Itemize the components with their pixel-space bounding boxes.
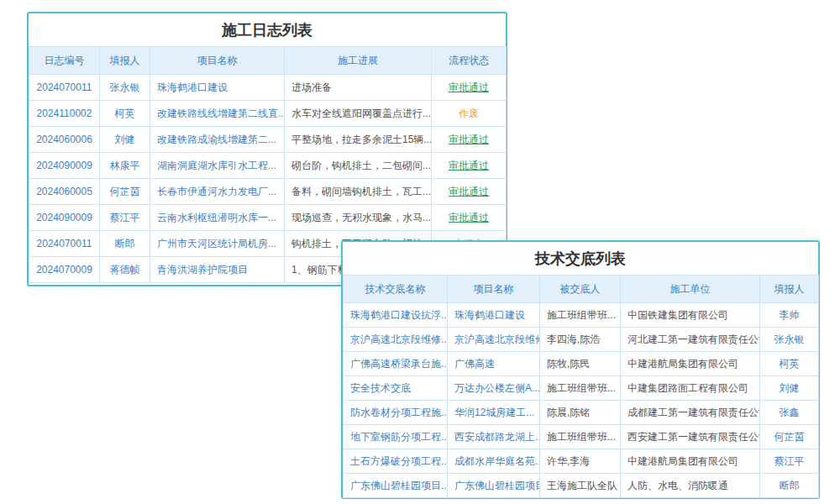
disclosure-table-row: 防水卷材分项工程施...华润12城房建工...陈晨,陈铭成都建工第一建筑有限责任… xyxy=(344,401,819,425)
log-reporter-link[interactable]: 刘健 xyxy=(100,127,150,153)
log-id-link[interactable]: 2024090009 xyxy=(29,205,100,231)
log-table-row: 2024110002柯英改建铁路线线增建第二线直...水车对全线遮阳网覆盖点进行… xyxy=(29,101,507,127)
disclosure-reporter-link[interactable]: 断郎 xyxy=(760,474,819,498)
disclosure-recipients-cell: 施工班组带班... xyxy=(540,376,621,401)
disclosure-company-cell: 成都建工第一建筑有限责任公司 xyxy=(621,401,760,425)
log-progress-cell: 水车对全线遮阳网覆盖点进行... xyxy=(285,101,432,127)
log-reporter-link[interactable]: 柯英 xyxy=(100,101,150,127)
disclosure-table-row: 广东佛山碧桂园项目...广东佛山碧桂园项目王海施工队全队人防、水电、消防暖通断郎 xyxy=(344,474,819,498)
log-status-link[interactable]: 审批通过 xyxy=(432,179,507,205)
disclosure-table-header-cell: 项目名称 xyxy=(448,276,540,303)
disclosure-project-link[interactable]: 京沪高速北京段维修 xyxy=(448,328,540,352)
disclosure-name-link[interactable]: 广佛高速桥梁承台施... xyxy=(344,352,448,376)
log-status-link[interactable]: 审批通过 xyxy=(432,75,507,101)
disclosure-table-body: 珠海鹤港口建设抗浮...珠海鹤港口建设施工班组带班...中国铁建集团有限公司李帅… xyxy=(344,303,819,498)
disclosure-name-link[interactable]: 安全技术交底 xyxy=(344,376,448,401)
disclosure-table-row: 珠海鹤港口建设抗浮...珠海鹤港口建设施工班组带班...中国铁建集团有限公司李帅 xyxy=(344,303,819,328)
log-status-link[interactable]: 审批通过 xyxy=(432,205,507,231)
log-reporter-link[interactable]: 何芷茵 xyxy=(100,179,150,205)
log-reporter-link[interactable]: 蒋德帧 xyxy=(100,257,150,283)
disclosure-name-link[interactable]: 土石方爆破分项工程... xyxy=(344,449,448,474)
log-table-row: 2024060005何芷茵长春市伊通河水力发电厂...备料，砌间墙钩机排土，瓦工… xyxy=(29,179,507,205)
log-id-link[interactable]: 2024070011 xyxy=(29,231,100,257)
disclosure-project-link[interactable]: 成都水岸华庭名苑... xyxy=(448,449,540,474)
disclosure-table-row: 安全技术交底万达办公楼左侧A...施工班组带班...中建集团路面工程有限公司刘健 xyxy=(344,376,819,401)
disclosure-name-link[interactable]: 广东佛山碧桂园项目... xyxy=(344,474,448,498)
disclosure-name-link[interactable]: 京沪高速北京段维修... xyxy=(344,328,448,352)
disclosure-recipients-cell: 李四海,陈浩 xyxy=(540,328,621,352)
log-reporter-link[interactable]: 林康平 xyxy=(100,153,150,179)
log-table-row: 2024070011张永银珠海鹤港口建设进场准备审批通过 xyxy=(29,75,507,101)
log-project-link[interactable]: 青海洪湖养护院项目 xyxy=(150,257,285,283)
log-status-link[interactable]: 作废 xyxy=(432,101,507,127)
log-project-link[interactable]: 改建铁路成渝线增建第二... xyxy=(150,127,285,153)
disclosure-company-cell: 中建集团路面工程有限公司 xyxy=(621,376,760,401)
log-project-link[interactable]: 改建铁路线线增建第二线直... xyxy=(150,101,285,127)
disclosure-table-header-cell: 被交底人 xyxy=(540,276,621,303)
log-id-link[interactable]: 2024060006 xyxy=(29,127,100,153)
disclosure-table-row: 地下室钢筋分项工程...西安成都路龙湖上...施工班组带班...西安建工第一建筑… xyxy=(344,425,819,449)
log-progress-cell: 现场巡查，无积水现象，水马... xyxy=(285,205,432,231)
disclosure-name-link[interactable]: 防水卷材分项工程施... xyxy=(344,401,448,425)
technical-disclosure-title: 技术交底列表 xyxy=(343,242,818,275)
disclosure-recipients-cell: 陈晨,陈铭 xyxy=(540,401,621,425)
log-project-link[interactable]: 长春市伊通河水力发电厂... xyxy=(150,179,285,205)
log-project-link[interactable]: 广州市天河区统计局机房... xyxy=(150,231,285,257)
disclosure-table-header-cell: 填报人 xyxy=(760,276,819,303)
log-project-link[interactable]: 湖南洞庭湖水库引水工程... xyxy=(150,153,285,179)
log-table-row: 2024090009蔡江平云南水利枢纽潜明水库一...现场巡查，无积水现象，水马… xyxy=(29,205,507,231)
disclosure-recipients-cell: 王海施工队全队 xyxy=(540,474,621,498)
disclosure-name-link[interactable]: 地下室钢筋分项工程... xyxy=(344,425,448,449)
log-table-header-cell: 项目名称 xyxy=(150,47,285,75)
disclosure-reporter-link[interactable]: 张永银 xyxy=(760,328,819,352)
log-id-link[interactable]: 2024090009 xyxy=(29,153,100,179)
technical-disclosure-table: 技术交底名称项目名称被交底人施工单位填报人 珠海鹤港口建设抗浮...珠海鹤港口建… xyxy=(343,275,819,498)
log-table-header-row: 日志编号填报人项目名称施工进展流程状态 xyxy=(29,47,507,75)
disclosure-company-cell: 中建港航局集团有限公司 xyxy=(621,352,760,376)
construction-log-title: 施工日志列表 xyxy=(29,13,506,46)
disclosure-company-cell: 人防、水电、消防暖通 xyxy=(621,474,760,498)
disclosure-reporter-link[interactable]: 刘健 xyxy=(760,376,819,401)
disclosure-project-link[interactable]: 广佛高速 xyxy=(448,352,540,376)
disclosure-company-cell: 中建港航局集团有限公司 xyxy=(621,449,760,474)
disclosure-reporter-link[interactable]: 李帅 xyxy=(760,303,819,328)
disclosure-reporter-link[interactable]: 张鑫 xyxy=(760,401,819,425)
log-table-row: 2024090009林康平湖南洞庭湖水库引水工程...砌台阶，钩机排土，二包砌间… xyxy=(29,153,507,179)
log-reporter-link[interactable]: 断郎 xyxy=(100,231,150,257)
disclosure-reporter-link[interactable]: 柯英 xyxy=(760,352,819,376)
disclosure-table-header-cell: 施工单位 xyxy=(621,276,760,303)
log-progress-cell: 平整场地，拉走多余泥土15辆... xyxy=(285,127,432,153)
log-id-link[interactable]: 2024070011 xyxy=(29,75,100,101)
log-reporter-link[interactable]: 张永银 xyxy=(100,75,150,101)
disclosure-table-row: 广佛高速桥梁承台施...广佛高速陈牧,陈民中建港航局集团有限公司柯英 xyxy=(344,352,819,376)
log-progress-cell: 砌台阶，钩机排土，二包砌间... xyxy=(285,153,432,179)
disclosure-project-link[interactable]: 西安成都路龙湖上... xyxy=(448,425,540,449)
disclosure-recipients-cell: 许华,李海 xyxy=(540,449,621,474)
disclosure-table-header-cell: 技术交底名称 xyxy=(344,276,448,303)
disclosure-name-link[interactable]: 珠海鹤港口建设抗浮... xyxy=(344,303,448,328)
disclosure-company-cell: 中国铁建集团有限公司 xyxy=(621,303,760,328)
disclosure-reporter-link[interactable]: 何芷茵 xyxy=(760,425,819,449)
log-progress-cell: 进场准备 xyxy=(285,75,432,101)
disclosure-recipients-cell: 陈牧,陈民 xyxy=(540,352,621,376)
log-id-link[interactable]: 2024110002 xyxy=(29,101,100,127)
disclosure-project-link[interactable]: 广东佛山碧桂园项目 xyxy=(448,474,540,498)
log-status-link[interactable]: 审批通过 xyxy=(432,127,507,153)
disclosure-project-link[interactable]: 珠海鹤港口建设 xyxy=(448,303,540,328)
log-table-header-cell: 填报人 xyxy=(100,47,150,75)
log-reporter-link[interactable]: 蔡江平 xyxy=(100,205,150,231)
log-id-link[interactable]: 2024060005 xyxy=(29,179,100,205)
disclosure-table-row: 京沪高速北京段维修...京沪高速北京段维修李四海,陈浩河北建工第一建筑有限责任公… xyxy=(344,328,819,352)
log-status-link[interactable]: 审批通过 xyxy=(432,153,507,179)
disclosure-reporter-link[interactable]: 蔡江平 xyxy=(760,449,819,474)
log-project-link[interactable]: 珠海鹤港口建设 xyxy=(150,75,285,101)
log-project-link[interactable]: 云南水利枢纽潜明水库一... xyxy=(150,205,285,231)
disclosure-recipients-cell: 施工班组带班... xyxy=(540,425,621,449)
disclosure-table-header-row: 技术交底名称项目名称被交底人施工单位填报人 xyxy=(344,276,819,303)
log-id-link[interactable]: 2024070009 xyxy=(29,257,100,283)
disclosure-project-link[interactable]: 华润12城房建工... xyxy=(448,401,540,425)
disclosure-company-cell: 西安建工第一建筑有限责任公司 xyxy=(621,425,760,449)
disclosure-project-link[interactable]: 万达办公楼左侧A... xyxy=(448,376,540,401)
technical-disclosure-panel: 技术交底列表 技术交底名称项目名称被交底人施工单位填报人 珠海鹤港口建设抗浮..… xyxy=(341,240,820,499)
disclosure-company-cell: 河北建工第一建筑有限责任公司 xyxy=(621,328,760,352)
